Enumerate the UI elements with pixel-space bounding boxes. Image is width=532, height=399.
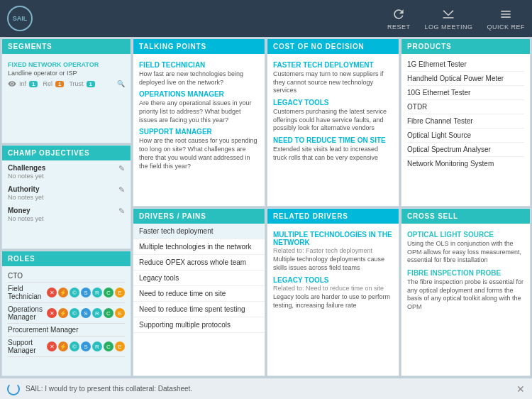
related-drivers-title: RELATED DRIVERS — [273, 212, 348, 220]
role-icon-x: ✕ — [47, 288, 57, 297]
products-header: PRODUCTS — [401, 39, 530, 54]
role-icons-1: ✕ ⚡ © S R C E — [47, 288, 125, 297]
product-7[interactable]: Network Monitoring System — [407, 157, 524, 170]
roles-content: CTO Field Technician ✕ ⚡ © S R C E Opera… — [2, 266, 131, 376]
cost-no-decision-panel: COST OF NO DECISION FASTER TECH DEPLOYME… — [267, 38, 399, 207]
app-logo: SAIL — [7, 6, 33, 31]
log-meeting-label: LOG MEETING — [424, 23, 472, 31]
rd-title-0: MULTIPLE TECHNOLOGIES IN THE NETWORK — [273, 231, 393, 246]
cross-sell-panel: CROSS SELL OPTICAL LIGHT SOURCE Using th… — [401, 208, 531, 376]
talking-points-content: FIELD TECHNICIAN How fast are new techno… — [133, 54, 265, 206]
edit-icon-1[interactable]: ✎ — [118, 185, 125, 195]
quick-ref-label: QUICK REF — [487, 23, 525, 31]
rd-item-1: LEGACY TOOLS Related to: Need to reduce … — [273, 276, 393, 310]
product-0[interactable]: 1G Ethernet Tester — [407, 58, 524, 72]
eye-icon — [8, 80, 16, 88]
tp-title-2: SUPPORT MANAGER — [139, 128, 259, 136]
cost-no-decision-content: FASTER TECH DEPLOYMENT Customers may tur… — [267, 54, 399, 206]
rel-label: Rel — [43, 80, 52, 87]
cross-sell-header: CROSS SELL — [401, 209, 530, 224]
drivers-pains-panel: DRIVERS / PAINS Faster tech deployment M… — [133, 208, 265, 376]
role-icon-r: R — [92, 288, 102, 297]
log-meeting-button[interactable]: LOG MEETING — [424, 7, 472, 31]
close-button[interactable]: ✕ — [516, 383, 525, 395]
champ-content: Challenges No notes yet ✎ Authority No n… — [2, 160, 131, 249]
driver-1[interactable]: Multiple technologies in the network — [133, 239, 265, 255]
search-button[interactable]: 🔍 — [117, 80, 125, 87]
tp-item-1: OPERATIONS MANAGER Are there any operati… — [139, 90, 259, 124]
product-3[interactable]: OTDR — [407, 100, 524, 114]
rd-subtitle-0: Related to: Faster tech deployment — [273, 247, 393, 254]
driver-2[interactable]: Reduce OPEX across whole team — [133, 255, 265, 270]
cost-title-0: FASTER TECH DEPLOYMENT — [273, 61, 393, 69]
driver-4[interactable]: Need to reduce time on site — [133, 286, 265, 302]
edit-icon-0[interactable]: ✎ — [118, 164, 125, 173]
rel-badge: 1 — [55, 81, 64, 87]
rd-text-0: Multiple technology deployments cause sk… — [273, 256, 393, 272]
role-name-3: Procurement Manager — [8, 326, 79, 334]
product-4[interactable]: Fibre Channel Tester — [407, 114, 524, 129]
drivers-pains-content: Faster tech deployment Multiple technolo… — [133, 224, 265, 376]
quick-ref-button[interactable]: QUICK REF — [487, 7, 525, 31]
role-2: Operations Manager ✕ ⚡ © S R C E — [8, 303, 125, 324]
rd-item-0: MULTIPLE TECHNOLOGIES IN THE NETWORK Rel… — [273, 231, 393, 272]
app-header: SAIL RESET LOG MEETING QUICK REF — [0, 0, 532, 37]
role-icon-r2: R — [92, 308, 102, 318]
champ-item-note-2: No notes yet — [8, 215, 44, 222]
talking-points-header: TALKING POINTS — [133, 39, 265, 54]
drivers-pains-header: DRIVERS / PAINS — [133, 209, 265, 224]
role-name-4: Support Manager — [8, 339, 47, 354]
role-name-2: Operations Manager — [8, 305, 47, 321]
role-icon-e2: E — [115, 308, 125, 318]
reset-label: RESET — [387, 23, 411, 31]
drivers-pains-title: DRIVERS / PAINS — [139, 212, 206, 220]
tp-text-0: How fast are new technologies being depl… — [139, 70, 259, 87]
cost-title-1: LEGACY TOOLS — [273, 99, 393, 106]
cost-title-2: NEED TO REDUCE TIME ON SITE — [273, 136, 393, 144]
product-2[interactable]: 10G Ethernet Tester — [407, 86, 524, 100]
champ-item-note-1: No notes yet — [8, 194, 44, 201]
cost-text-1: Customers purchasing the latest service … — [273, 108, 393, 133]
driver-0[interactable]: Faster tech deployment — [133, 224, 265, 239]
role-icon-e3: E — [115, 341, 125, 351]
product-5[interactable]: Optical Light Source — [407, 129, 524, 143]
role-4: Support Manager ✕ ⚡ © S R C E — [8, 337, 125, 357]
champ-item-note-0: No notes yet — [8, 173, 45, 180]
sail-spinner — [7, 383, 20, 395]
cs-title-1: FIBRE INSPECTION PROBE — [407, 269, 524, 277]
cost-no-decision-title: COST OF NO DECISION — [273, 43, 365, 50]
role-icon-c3: © — [70, 308, 79, 318]
products-panel: PRODUCTS 1G Ethernet Tester Handheld Opt… — [401, 38, 531, 207]
role-icon-s2: S — [81, 308, 91, 318]
tp-title-1: OPERATIONS MANAGER — [139, 90, 259, 98]
driver-6[interactable]: Supporting multiple protocols — [133, 317, 265, 333]
cost-item-0: FASTER TECH DEPLOYMENT Customers may tur… — [273, 61, 393, 95]
role-icon-f: ⚡ — [58, 288, 68, 297]
inf-label: Inf — [19, 80, 26, 87]
champ-item-title-1: Authority — [8, 185, 44, 193]
talking-points-title: TALKING POINTS — [139, 43, 206, 50]
edit-icon-2[interactable]: ✎ — [118, 207, 125, 216]
segment-desc: Landline operator or ISP — [8, 70, 125, 77]
product-6[interactable]: Optical Spectrum Analyser — [407, 143, 524, 157]
product-1[interactable]: Handheld Optical Power Meter — [407, 72, 524, 86]
rd-subtitle-1: Related to: Need to reduce time on site — [273, 285, 393, 292]
driver-5[interactable]: Need to reduce time spent testing — [133, 302, 265, 317]
champ-item-0: Challenges No notes yet ✎ — [8, 164, 125, 180]
role-icon-f2: ⚡ — [58, 308, 68, 318]
tp-item-2: SUPPORT MANAGER How are the root causes … — [139, 128, 259, 170]
related-drivers-header: RELATED DRIVERS — [267, 209, 399, 224]
inf-badge: 1 — [29, 81, 38, 87]
tp-text-1: Are there any operational issues in your… — [139, 99, 259, 124]
cost-text-2: Extended site visits lead to increased t… — [273, 146, 393, 162]
tp-title-0: FIELD TECHNICIAN — [139, 61, 259, 69]
role-icon-s3: S — [81, 341, 91, 351]
trust-label: Trust — [69, 80, 83, 87]
cs-text-0: Using the OLS in conjunction with the OP… — [407, 240, 524, 265]
segments-content: FIXED NETWORK OPERATOR Landline operator… — [2, 54, 131, 143]
roles-title: ROLES — [8, 255, 35, 263]
champ-title: CHAMP OBJECTIVES — [8, 149, 89, 157]
segment-icons: Inf 1 Rel 1 Trust 1 🔍 — [8, 80, 125, 88]
driver-3[interactable]: Legacy tools — [133, 270, 265, 286]
reset-button[interactable]: RESET — [387, 7, 411, 31]
